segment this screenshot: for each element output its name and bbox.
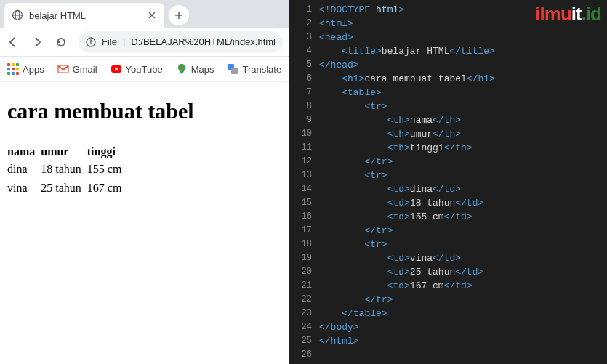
line-number: 12 [289, 155, 319, 169]
browser-toolbar: File | D:/BELAJAR%20HTML/index.html [0, 28, 289, 57]
code-line[interactable]: <th>umur</th> [319, 127, 607, 141]
apps-icon [7, 63, 19, 75]
address-url: D:/BELAJAR%20HTML/index.html [131, 36, 276, 47]
code-line[interactable]: <tr> [319, 238, 607, 251]
line-number: 22 [289, 293, 319, 307]
line-number: 13 [289, 169, 319, 182]
gmail-icon [57, 63, 69, 75]
translate-icon [227, 63, 238, 75]
code-line[interactable]: </body> [319, 320, 607, 334]
page-heading: cara membuat tabel [7, 99, 281, 124]
browser-tab[interactable]: belajar HTML [4, 3, 164, 28]
bookmark-gmail[interactable]: Gmail [57, 63, 97, 75]
reload-button[interactable] [55, 34, 68, 50]
page-content: cara membuat tabel nama umur tinggi dina… [0, 81, 289, 364]
table-cell: 155 cm [87, 160, 128, 179]
table-cell: vina [7, 179, 41, 198]
code-line[interactable]: <head> [319, 31, 607, 44]
code-line[interactable]: <td>155 cm</td> [319, 210, 607, 224]
code-area[interactable]: <!DOCTYPE html><html><head> <title>belaj… [319, 0, 607, 364]
svg-rect-14 [231, 68, 238, 74]
bookmark-bar: Apps Gmail YouTube Maps Translate [0, 57, 289, 81]
code-line[interactable]: <h1>cara membuat tabel</h1> [319, 72, 607, 86]
apps-button[interactable]: Apps [7, 63, 44, 75]
table-cell: 25 tahun [41, 179, 87, 198]
tab-title: belajar HTML [29, 10, 141, 21]
tab-strip: belajar HTML [0, 0, 289, 28]
code-line[interactable]: <td>dina</td> [319, 182, 607, 196]
code-line[interactable]: </tr> [319, 293, 607, 307]
code-line[interactable]: </tr> [319, 155, 607, 169]
bookmark-label: Translate [242, 64, 281, 75]
line-number: 18 [289, 238, 319, 251]
data-table: nama umur tinggi dina 18 tahun 155 cm vi… [7, 144, 127, 198]
line-number: 11 [289, 141, 319, 155]
line-number-gutter: 1234567891011121314151617181920212223242… [289, 0, 319, 364]
line-number: 14 [289, 182, 319, 196]
code-line[interactable]: </table> [319, 307, 607, 320]
code-line[interactable]: <tr> [319, 100, 607, 113]
line-number: 10 [289, 127, 319, 141]
table-row: dina 18 tahun 155 cm [7, 160, 127, 179]
line-number: 2 [289, 17, 319, 31]
code-editor[interactable]: 1234567891011121314151617181920212223242… [289, 0, 607, 364]
code-line[interactable]: <td>vina</td> [319, 251, 607, 265]
code-line[interactable]: <table> [319, 86, 607, 100]
line-number: 1 [289, 3, 319, 17]
table-header-row: nama umur tinggi [7, 144, 127, 160]
bookmark-youtube[interactable]: YouTube [110, 63, 163, 75]
line-number: 24 [289, 320, 319, 334]
table-header: umur [41, 144, 87, 160]
line-number: 3 [289, 31, 319, 44]
line-number: 4 [289, 44, 319, 58]
bookmark-translate[interactable]: Translate [227, 63, 281, 75]
info-icon[interactable] [86, 37, 96, 47]
table-cell: 167 cm [87, 179, 128, 198]
line-number: 9 [289, 113, 319, 127]
code-line[interactable]: <title>belajar HTML</title> [319, 44, 607, 58]
globe-icon [12, 9, 23, 21]
table-header: nama [7, 144, 41, 160]
address-bar[interactable]: File | D:/BELAJAR%20HTML/index.html [79, 31, 283, 53]
code-line[interactable]: </tr> [319, 224, 607, 238]
watermark-logo: ilmuit.id [535, 3, 601, 25]
table-cell: dina [7, 160, 41, 179]
line-number: 26 [289, 348, 319, 362]
code-line[interactable]: </head> [319, 58, 607, 72]
bookmark-label: YouTube [126, 64, 163, 75]
forward-button[interactable] [30, 34, 44, 50]
bookmark-label: Maps [191, 64, 214, 75]
line-number: 23 [289, 307, 319, 320]
svg-rect-9 [90, 41, 91, 44]
line-number: 6 [289, 72, 319, 86]
maps-icon [176, 63, 188, 75]
line-number: 19 [289, 251, 319, 265]
table-row: vina 25 tahun 167 cm [7, 179, 127, 198]
code-line[interactable]: <td>18 tahun</td> [319, 196, 607, 210]
code-line[interactable]: <td>167 cm</td> [319, 279, 607, 293]
code-line[interactable]: <th>tinggi</th> [319, 141, 607, 155]
code-line[interactable]: </html> [319, 334, 607, 348]
table-header: tinggi [87, 144, 128, 160]
code-line[interactable] [319, 348, 607, 362]
line-number: 5 [289, 58, 319, 72]
code-line[interactable]: <tr> [319, 169, 607, 182]
line-number: 8 [289, 100, 319, 113]
svg-point-8 [90, 39, 92, 41]
line-number: 25 [289, 334, 319, 348]
line-number: 7 [289, 86, 319, 100]
youtube-icon [110, 63, 122, 75]
code-line[interactable]: <th>nama</th> [319, 113, 607, 127]
close-icon[interactable] [147, 10, 157, 20]
back-button[interactable] [6, 34, 20, 50]
table-cell: 18 tahun [41, 160, 87, 179]
line-number: 15 [289, 196, 319, 210]
bookmark-maps[interactable]: Maps [176, 63, 214, 75]
new-tab-button[interactable] [169, 5, 189, 25]
address-prefix: File [102, 36, 117, 47]
apps-label: Apps [23, 64, 44, 75]
line-number: 21 [289, 279, 319, 293]
browser-window: belajar HTML File | D:/BELAJAR%20HTML/in… [0, 0, 289, 364]
code-line[interactable]: <td>25 tahun</td> [319, 265, 607, 279]
line-number: 20 [289, 265, 319, 279]
